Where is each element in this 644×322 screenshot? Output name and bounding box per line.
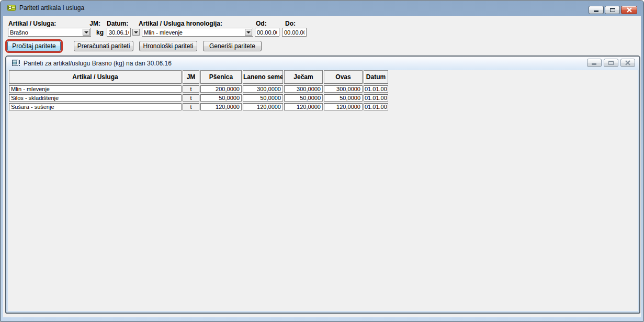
artikal-usluga-value: Brašno xyxy=(10,29,28,36)
minimize-icon xyxy=(593,8,600,13)
close-icon xyxy=(626,7,632,13)
cell-psenica[interactable]: 120,0000 xyxy=(200,103,242,110)
cell-artikal[interactable]: Mlin - mlevenje xyxy=(9,85,182,93)
table-row: Silos - skladištenje t 50,0000 50,0000 5… xyxy=(9,94,388,102)
cell-jecam[interactable]: 50,0000 xyxy=(284,94,323,102)
hronologija-label: Artikal / Usluga hronologija: xyxy=(139,20,222,27)
cell-datum[interactable]: 01.01.00 xyxy=(364,94,388,102)
cell-jecam[interactable]: 300,0000 xyxy=(284,85,323,93)
table-row: Mlin - mlevenje t 200,0000 300,0000 300,… xyxy=(9,85,388,93)
jm-value: kg xyxy=(96,29,104,36)
od-label: Od: xyxy=(256,20,267,27)
jm-label: JM: xyxy=(86,20,100,27)
cell-psenica[interactable]: 50,0000 xyxy=(200,94,242,102)
table-header-row: Artikal / Usluga JM Pšenica Laneno seme … xyxy=(9,70,388,84)
cell-psenica[interactable]: 200,0000 xyxy=(200,85,242,93)
chevron-down-icon[interactable] xyxy=(83,29,90,36)
form-window-icon xyxy=(12,60,20,66)
cell-ovas[interactable]: 50,0000 xyxy=(324,94,363,102)
datum-input[interactable] xyxy=(107,28,131,37)
cell-jecam[interactable]: 120,0000 xyxy=(284,103,323,110)
cell-datum[interactable]: 01.01.00 xyxy=(364,85,388,93)
column-header-laneno-seme[interactable]: Laneno seme xyxy=(243,70,283,84)
main-window: Pariteti artikala i usluga Artikal / Usl… xyxy=(0,0,644,322)
titlebar: Pariteti artikala i usluga xyxy=(1,1,643,16)
cell-laneno[interactable]: 50,0000 xyxy=(243,94,283,102)
procitaj-paritete-button[interactable]: Pročitaj paritete xyxy=(7,41,61,51)
minimize-button[interactable] xyxy=(589,6,604,14)
datum-chevron-down-icon[interactable] xyxy=(132,29,140,36)
column-header-artikal-usluga[interactable]: Artikal / Usluga xyxy=(9,70,182,84)
child-window-title: Pariteti za artikal/uslugu Brasno (kg) n… xyxy=(24,60,172,67)
datum-label: Datum: xyxy=(107,20,128,27)
maximize-button[interactable] xyxy=(605,6,620,14)
preracunati-pariteti-button[interactable]: Preračunati pariteti xyxy=(74,41,133,51)
od-input[interactable] xyxy=(255,28,279,37)
do-input[interactable] xyxy=(282,28,307,37)
cell-jm[interactable]: t xyxy=(183,94,199,102)
column-header-jecam[interactable]: Ječam xyxy=(284,70,323,84)
cell-ovas[interactable]: 300,0000 xyxy=(324,85,363,93)
table-row: Sušara - sušenje t 120,0000 120,0000 120… xyxy=(9,103,388,110)
cell-jm[interactable]: t xyxy=(183,103,199,110)
artikal-usluga-label: Artikal / Usluga: xyxy=(8,20,56,27)
cell-laneno[interactable]: 300,0000 xyxy=(243,85,283,93)
window-title: Pariteti artikala i usluga xyxy=(19,4,84,12)
app-icon xyxy=(7,4,16,12)
column-header-datum[interactable]: Datum xyxy=(364,70,388,84)
child-titlebar: Pariteti za artikal/uslugu Brasno (kg) n… xyxy=(6,57,639,70)
child-maximize-button[interactable] xyxy=(604,59,618,67)
cell-artikal[interactable]: Silos - skladištenje xyxy=(9,94,182,102)
generisi-paritete-button[interactable]: Generiši paritete xyxy=(203,41,262,51)
close-button[interactable] xyxy=(621,6,637,14)
column-header-ovas[interactable]: Ovas xyxy=(324,70,363,84)
artikal-usluga-combobox[interactable]: Brašno xyxy=(8,28,91,37)
hronoloski-pariteti-button[interactable]: Hronološki pariteti xyxy=(139,41,197,51)
minimize-icon xyxy=(591,61,597,65)
maximize-icon xyxy=(609,7,616,13)
cell-jm[interactable]: t xyxy=(183,85,199,93)
cell-ovas[interactable]: 120,0000 xyxy=(324,103,363,110)
child-minimize-button[interactable] xyxy=(587,59,602,67)
child-window-controls xyxy=(587,59,635,67)
cell-artikal[interactable]: Sušara - sušenje xyxy=(9,103,182,110)
child-window: Pariteti za artikal/uslugu Brasno (kg) n… xyxy=(5,55,640,314)
chevron-down-icon[interactable] xyxy=(245,29,252,36)
hronologija-value: Mlin - mlevenje xyxy=(144,29,183,36)
client-area: Artikal / Usluga: JM: Datum: Artikal / U… xyxy=(3,16,641,317)
window-controls xyxy=(589,6,637,14)
child-content: Artikal / Usluga JM Pšenica Laneno seme … xyxy=(8,70,638,311)
column-header-psenica[interactable]: Pšenica xyxy=(200,70,242,84)
column-header-jm[interactable]: JM xyxy=(183,70,199,84)
cell-datum[interactable]: 01.01.00 xyxy=(364,103,388,110)
child-close-button[interactable] xyxy=(620,59,635,67)
close-icon xyxy=(625,60,631,65)
hronologija-combobox[interactable]: Mlin - mlevenje xyxy=(142,28,253,37)
cell-laneno[interactable]: 120,0000 xyxy=(243,103,283,110)
maximize-icon xyxy=(608,60,614,65)
do-label: Do: xyxy=(285,20,296,27)
